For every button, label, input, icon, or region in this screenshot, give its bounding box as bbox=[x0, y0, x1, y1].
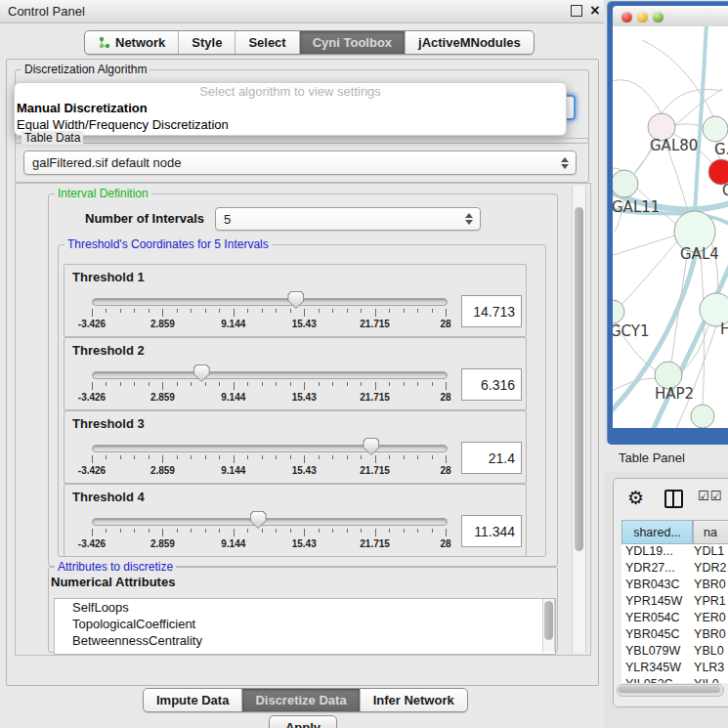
scrollbar-thumb[interactable] bbox=[575, 207, 583, 551]
cell-shared-name[interactable]: YBR043C bbox=[621, 578, 691, 594]
num-intervals-combobox[interactable]: 5 bbox=[215, 207, 481, 231]
slider-track[interactable] bbox=[92, 298, 448, 306]
attribute-item-selfloops[interactable]: SelfLoops bbox=[55, 599, 555, 616]
cell-name[interactable]: YIL0 bbox=[691, 677, 728, 683]
slider-tick bbox=[205, 382, 206, 386]
table-horizontal-scrollbar[interactable] bbox=[617, 684, 724, 697]
slider-track[interactable] bbox=[92, 371, 448, 379]
network-graph[interactable]: GAL80G.CGAL11GAL4GCY1HHAP2 bbox=[613, 26, 728, 428]
tab-select[interactable]: Select bbox=[236, 31, 299, 54]
table-row[interactable]: YDL19...YDL1 bbox=[621, 544, 728, 561]
network-node-gal11[interactable] bbox=[613, 170, 638, 197]
cell-name[interactable]: YBR0 bbox=[691, 578, 728, 594]
tab-impute-data[interactable]: Impute Data bbox=[144, 689, 242, 711]
attribute-item-topologicalcoefficient[interactable]: TopologicalCoefficient bbox=[55, 616, 555, 632]
table-row[interactable]: YBR043CYBR0 bbox=[621, 578, 728, 594]
threshold-value-field[interactable]: 21.4 bbox=[461, 442, 522, 474]
slider-tick bbox=[162, 455, 163, 463]
columns-icon[interactable] bbox=[664, 490, 683, 508]
table-row[interactable]: YER054CYER0 bbox=[621, 611, 728, 627]
cell-shared-name[interactable]: YBR045C bbox=[621, 627, 691, 644]
table-row[interactable]: YBL079WYBL0 bbox=[621, 644, 728, 661]
table-row[interactable]: YIL052CYIL0 bbox=[621, 677, 728, 683]
apply-button[interactable]: Apply bbox=[269, 715, 337, 728]
attribute-item-betweennesscentrality[interactable]: BetweennessCentrality bbox=[55, 632, 555, 649]
dropdown-option-manual-discretization[interactable]: Manual Discretization bbox=[15, 100, 566, 116]
cell-shared-name[interactable]: YDR27... bbox=[621, 561, 691, 578]
close-traffic-light-icon[interactable] bbox=[621, 12, 632, 22]
attributes-list-scrollbar[interactable] bbox=[542, 599, 555, 652]
minimize-traffic-light-icon[interactable] bbox=[637, 12, 648, 22]
threshold-value-field[interactable]: 14.713 bbox=[461, 295, 522, 327]
cell-shared-name[interactable]: YPR145W bbox=[621, 594, 691, 611]
slider-thumb[interactable] bbox=[287, 291, 304, 309]
slider-thumb[interactable] bbox=[250, 511, 267, 529]
slider-tick-label: 15.43 bbox=[292, 319, 317, 329]
network-edge[interactable] bbox=[662, 89, 722, 113]
slider-tick bbox=[134, 382, 135, 386]
cell-shared-name[interactable]: YLR345W bbox=[621, 661, 691, 677]
scrollbar-thumb[interactable] bbox=[544, 601, 553, 640]
network-edge[interactable] bbox=[613, 80, 662, 113]
select-columns-checkboxes-icon[interactable]: ☑☑ bbox=[698, 489, 722, 503]
slider-tick-label: 21.715 bbox=[360, 319, 390, 329]
tab-network[interactable]: Network bbox=[85, 31, 179, 54]
slider-tick bbox=[262, 309, 263, 313]
threshold-value-field[interactable]: 6.316 bbox=[461, 368, 522, 401]
slider-tick bbox=[417, 382, 418, 386]
close-icon[interactable]: × bbox=[589, 2, 601, 18]
slider-tick bbox=[389, 529, 390, 533]
slider-tick bbox=[319, 529, 320, 533]
dropdown-option-equal-width-frequency-discretization[interactable]: Equal Width/Frequency Discretization bbox=[15, 116, 566, 133]
cell-name[interactable]: YDL1 bbox=[691, 544, 728, 561]
cell-name[interactable]: YDR2 bbox=[691, 561, 728, 578]
tab-jactivemnodules[interactable]: jActiveMNodules bbox=[406, 31, 534, 54]
float-window-icon[interactable] bbox=[571, 5, 582, 17]
combo-stepper-icon bbox=[561, 157, 569, 169]
network-edge[interactable] bbox=[613, 236, 675, 257]
cell-shared-name[interactable]: YER054C bbox=[621, 611, 691, 627]
network-canvas[interactable]: GAL80G.CGAL11GAL4GCY1HHAP2 bbox=[613, 26, 728, 428]
slider-tick bbox=[446, 382, 447, 390]
table-row[interactable]: YBR045CYBR0 bbox=[621, 627, 728, 644]
network-node-node-top-right[interactable] bbox=[703, 116, 728, 142]
slider-tick bbox=[290, 382, 291, 386]
column-header-shared[interactable]: shared... bbox=[621, 520, 693, 544]
tab-cyni-toolbox[interactable]: Cyni Toolbox bbox=[300, 31, 406, 54]
discretization-algorithm-group-title: Discretization Algorithm bbox=[21, 63, 150, 76]
numerical-attributes-list[interactable]: SelfLoopsTopologicalCoefficientBetweenne… bbox=[54, 598, 556, 655]
table-data-combobox[interactable]: galFiltered.sif default node bbox=[23, 150, 577, 175]
cell-name[interactable]: YER0 bbox=[691, 611, 728, 627]
tab-label: Style bbox=[192, 35, 222, 50]
network-edge[interactable] bbox=[621, 241, 677, 306]
cell-shared-name[interactable]: YBL079W bbox=[621, 644, 691, 661]
slider-thumb[interactable] bbox=[193, 364, 210, 382]
zoom-traffic-light-icon[interactable] bbox=[653, 12, 664, 22]
cell-name[interactable]: YBL0 bbox=[691, 644, 728, 661]
scrollbar-thumb[interactable] bbox=[619, 686, 720, 693]
slider-track[interactable] bbox=[92, 518, 448, 526]
network-edge[interactable] bbox=[671, 250, 688, 363]
cell-name[interactable]: YBR0 bbox=[691, 627, 728, 644]
gear-icon[interactable]: ⚙ bbox=[627, 485, 644, 510]
dropdown-placeholder-item[interactable]: Select algorithm to view settings bbox=[15, 83, 566, 100]
network-node-node-bottom[interactable] bbox=[691, 405, 714, 428]
threshold-3-box: Threshold 3-3.4262.8599.14415.4321.71528… bbox=[64, 410, 527, 484]
table-row[interactable]: YDR27...YDR2 bbox=[621, 561, 728, 578]
tab-infer-network[interactable]: Infer Network bbox=[361, 689, 467, 711]
table-row[interactable]: YLR345WYLR3 bbox=[621, 661, 728, 677]
slider-thumb[interactable] bbox=[363, 438, 379, 455]
tab-style[interactable]: Style bbox=[179, 31, 236, 54]
settings-vertical-scrollbar[interactable] bbox=[572, 186, 586, 653]
slider-track[interactable] bbox=[92, 445, 448, 452]
slider-tick bbox=[290, 455, 291, 459]
cell-name[interactable]: YPR1 bbox=[691, 594, 728, 611]
slider-tick bbox=[177, 529, 178, 533]
tab-discretize-data[interactable]: Discretize Data bbox=[242, 689, 360, 711]
threshold-value-field[interactable]: 11.344 bbox=[461, 515, 522, 547]
cell-shared-name[interactable]: YDL19... bbox=[621, 544, 691, 561]
column-header-name[interactable]: na bbox=[693, 520, 728, 544]
cell-name[interactable]: YLR3 bbox=[691, 661, 728, 677]
table-row[interactable]: YPR145WYPR1 bbox=[621, 594, 728, 611]
cell-shared-name[interactable]: YIL052C bbox=[621, 677, 691, 683]
